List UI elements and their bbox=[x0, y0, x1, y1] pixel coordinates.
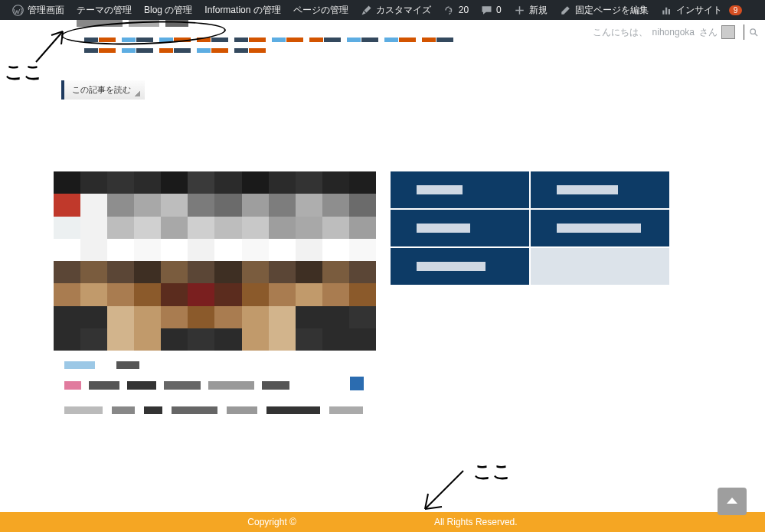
tag-item[interactable] bbox=[384, 38, 416, 42]
annotation-arrow-1 bbox=[32, 28, 78, 66]
brush-icon bbox=[361, 5, 372, 16]
read-more-label: この記事を読む bbox=[72, 84, 131, 96]
admin-item-comments[interactable]: 0 bbox=[475, 0, 508, 20]
admin-label: Blog の管理 bbox=[144, 4, 192, 17]
tag-item[interactable] bbox=[84, 48, 116, 53]
post-description bbox=[54, 393, 376, 419]
admin-label: Information の管理 bbox=[204, 4, 280, 17]
admin-item-pages[interactable]: ページの管理 bbox=[287, 0, 355, 20]
post-card[interactable] bbox=[54, 171, 376, 419]
admin-item-dashboard[interactable]: 管理画面 bbox=[6, 0, 70, 20]
tag-item[interactable] bbox=[422, 38, 453, 42]
nav-cell[interactable] bbox=[531, 248, 669, 285]
comment-icon bbox=[481, 5, 492, 16]
svg-line-2 bbox=[36, 31, 63, 62]
insights-badge: 9 bbox=[729, 5, 743, 15]
admin-label: 0 bbox=[496, 5, 502, 15]
admin-item-blog[interactable]: Blog の管理 bbox=[138, 0, 198, 20]
share-icon[interactable] bbox=[350, 377, 364, 390]
admin-label: インサイト bbox=[676, 4, 722, 17]
nav-cell[interactable] bbox=[391, 210, 529, 246]
tag-item[interactable] bbox=[309, 38, 341, 42]
nav-cell[interactable] bbox=[531, 210, 669, 246]
post-meta bbox=[54, 351, 376, 374]
scroll-to-top-button[interactable] bbox=[718, 488, 747, 515]
tag-item[interactable] bbox=[272, 38, 303, 42]
pencil-icon bbox=[560, 5, 571, 16]
admin-label: 新規 bbox=[529, 4, 548, 17]
admin-label: カスタマイズ bbox=[376, 4, 431, 17]
nav-cell[interactable] bbox=[391, 248, 529, 285]
cards-row bbox=[54, 171, 670, 419]
admin-item-insights[interactable]: インサイト 9 bbox=[655, 0, 749, 20]
search-icon bbox=[749, 27, 759, 38]
admin-label: 固定ページを編集 bbox=[575, 4, 649, 17]
admin-item-themes[interactable]: テーマの管理 bbox=[70, 0, 138, 20]
svg-line-5 bbox=[425, 471, 463, 509]
svg-point-1 bbox=[750, 28, 756, 34]
nav-cell[interactable] bbox=[531, 171, 669, 208]
admin-item-new[interactable]: 新規 bbox=[508, 0, 554, 20]
post-thumbnail bbox=[54, 171, 376, 351]
post-title bbox=[54, 374, 376, 393]
wp-admin-bar: 管理画面 テーマの管理 Blog の管理 Information の管理 ページ… bbox=[0, 0, 765, 20]
admin-item-information[interactable]: Information の管理 bbox=[198, 0, 286, 20]
tag-item[interactable] bbox=[197, 48, 228, 53]
admin-label: テーマの管理 bbox=[77, 4, 132, 17]
site-footer: Copyright © All Rights Reserved. bbox=[0, 512, 765, 532]
admin-item-customize[interactable]: カスタマイズ bbox=[355, 0, 437, 20]
admin-item-edit-page[interactable]: 固定ページを編集 bbox=[554, 0, 655, 20]
wordpress-icon bbox=[12, 5, 24, 16]
footer-rights: All Rights Reserved. bbox=[434, 517, 518, 527]
sidebar-nav bbox=[391, 171, 670, 419]
stats-icon bbox=[661, 5, 672, 16]
post-excerpt: この記事を読む bbox=[61, 15, 750, 100]
tag-item[interactable] bbox=[122, 48, 153, 53]
tag-item[interactable] bbox=[347, 38, 378, 42]
footer-copyright: Copyright © bbox=[247, 517, 296, 527]
admin-item-updates[interactable]: 20 bbox=[437, 0, 475, 20]
nav-cell[interactable] bbox=[391, 171, 529, 208]
plus-icon bbox=[514, 5, 525, 16]
tag-item[interactable] bbox=[159, 48, 191, 53]
tag-item[interactable] bbox=[234, 48, 266, 53]
chevron-up-icon bbox=[724, 494, 740, 509]
admin-label: 20 bbox=[459, 5, 469, 15]
refresh-icon bbox=[443, 5, 455, 16]
read-more-button[interactable]: この記事を読む bbox=[61, 80, 145, 100]
admin-label: ページの管理 bbox=[293, 4, 348, 17]
annotation-here-2: ここ bbox=[473, 459, 512, 484]
tag-item[interactable] bbox=[234, 38, 266, 42]
admin-label: 管理画面 bbox=[28, 4, 64, 17]
